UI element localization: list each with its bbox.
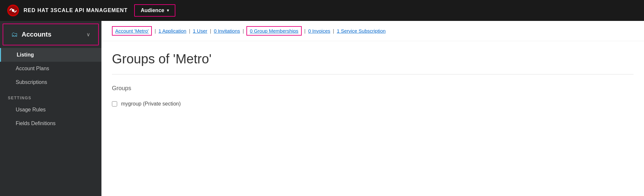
accounts-header-left: 🗂 Accounts [11,31,51,38]
breadcrumb-sep-6: | [333,28,334,34]
breadcrumb-account-metro[interactable]: Account 'Metro' [112,26,152,36]
page-body: Groups of 'Metro' Groups mygroup (Privat… [101,41,644,120]
breadcrumb-user[interactable]: 1 User [193,28,207,34]
group-label-mygroup: mygroup (Private section) [121,101,181,107]
accounts-briefcase-icon: 🗂 [11,31,18,38]
breadcrumb-sep-4: | [242,28,244,34]
accounts-section: 🗂 Accounts ∨ Listing Account Plans Subsc… [0,24,101,130]
breadcrumb-sep-1: | [154,28,156,34]
breadcrumb-sep-3: | [210,28,211,34]
breadcrumb-invoices[interactable]: 0 Invoices [308,28,331,34]
main-content: Account 'Metro' | 1 Application | 1 User… [101,21,644,196]
audience-menu-button[interactable]: Audience ▾ [134,4,175,17]
breadcrumb-applications[interactable]: 1 Application [158,28,186,34]
breadcrumb-sep-5: | [304,28,306,34]
audience-label: Audience [141,8,164,13]
accounts-nav-label: Accounts [22,31,51,38]
breadcrumb-nav: Account 'Metro' | 1 Application | 1 User… [101,21,644,41]
audience-chevron-icon: ▾ [167,8,169,13]
accounts-chevron-icon: ∨ [86,31,90,38]
group-item: mygroup (Private section) [112,98,634,109]
breadcrumb-group-memberships[interactable]: 0 Group Memberships [246,26,301,36]
breadcrumb-invitations[interactable]: 0 Invitations [214,28,240,34]
page-divider [112,74,634,74]
main-layout: 🗂 Accounts ∨ Listing Account Plans Subsc… [0,21,644,196]
logo: RED HAT 3SCALE API MANAGEMENT [7,4,128,17]
sidebar-item-account-plans[interactable]: Account Plans [0,62,101,75]
sidebar: 🗂 Accounts ∨ Listing Account Plans Subsc… [0,21,101,196]
logo-text: RED HAT 3SCALE API MANAGEMENT [24,8,128,13]
group-checkbox-mygroup[interactable] [112,101,117,106]
groups-section-title: Groups [112,85,634,92]
sidebar-item-fields-definitions[interactable]: Fields Definitions [0,117,101,130]
page-title: Groups of 'Metro' [112,52,634,66]
settings-section-label: Settings [0,89,101,103]
svg-point-2 [12,9,14,12]
breadcrumb-service-subscription[interactable]: 1 Service Subscription [337,28,385,34]
top-navigation: RED HAT 3SCALE API MANAGEMENT Audience ▾ [0,0,644,21]
sidebar-item-subscriptions[interactable]: Subscriptions [0,75,101,89]
sidebar-item-listing[interactable]: Listing [0,48,101,62]
breadcrumb-sep-2: | [189,28,190,34]
sidebar-item-usage-rules[interactable]: Usage Rules [0,103,101,117]
redhat-logo-icon [7,4,20,17]
accounts-nav-header[interactable]: 🗂 Accounts ∨ [3,24,99,45]
